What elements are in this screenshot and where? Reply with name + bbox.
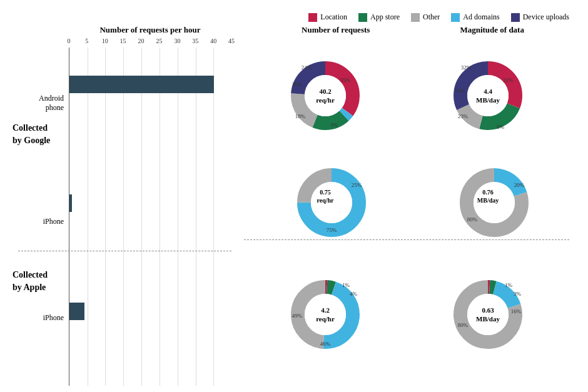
legend-label-ad-domains: Ad domains: [463, 13, 499, 22]
axis-35: 35: [192, 38, 198, 44]
axis-15: 15: [120, 38, 126, 44]
axis-25: 25: [156, 38, 163, 44]
grid-10: [105, 48, 106, 386]
pct-label-18: 18%: [295, 113, 306, 119]
pct-label-20: 20%: [292, 81, 303, 88]
donut-center-apple-iphone-requests: 4.2req/hr: [316, 305, 335, 323]
legend-item-ad-domains: Ad domains: [451, 13, 499, 22]
pct-label-31: 31%: [503, 77, 514, 83]
grid-35: [196, 48, 196, 386]
pct-label-3m: 3%: [514, 291, 522, 297]
donut-col-header-magnitude: Magnitude of data: [460, 25, 524, 35]
ad-domains-swatch: [451, 13, 460, 22]
pct-label-80m: 80%: [458, 322, 469, 328]
legend-label-device-uploads: Device uploads: [523, 13, 569, 22]
group-label-apple: Collectedby Apple: [13, 269, 48, 293]
axis-45: 45: [228, 38, 235, 44]
pct-label-24: 24%: [302, 64, 312, 71]
donut-google-android-magnitude: 31% 23% 14% 32% 0% 4.4MB/day: [450, 58, 525, 133]
donut-apple-iphone-magnitude: 1% 3% 16% 80% 0.63MB/day: [450, 277, 525, 352]
grid-25: [160, 48, 160, 386]
bar-iphone-google-fill: [69, 194, 72, 212]
divider-line: [18, 251, 231, 251]
donut-google-iphone-magnitude: 20% 80% 0.76MB/day: [457, 165, 519, 228]
donut-center-google-android-magnitude: 4.4MB/day: [476, 86, 500, 104]
pct-label-4: 4%: [350, 291, 358, 297]
axis-5: 5: [85, 38, 88, 44]
donut-google-android-requests: 35% 3% 18% 20% 24% 40.2req/hr: [288, 58, 363, 133]
donut-apple-iphone-requests: 1% 4% 46% 49% 4.2req/hr: [288, 277, 363, 352]
grid-30: [178, 48, 178, 386]
pct-label-46: 46%: [320, 341, 331, 347]
pct-label-3: 3%: [330, 122, 338, 128]
grid-20: [141, 48, 142, 386]
pct-label-1: 1%: [342, 282, 350, 288]
donuts-area: Number of requests Magnitude of data: [231, 25, 569, 386]
legend-item-app-store: App store: [358, 13, 400, 22]
app-store-swatch: [358, 13, 367, 22]
group-label-google: Collectedby Google: [13, 122, 50, 146]
legend: Location App store Other Ad domains Devi…: [231, 13, 569, 22]
pct-label-20: 20%: [514, 182, 525, 188]
legend-item-location: Location: [308, 13, 347, 22]
axis-0: 0: [68, 38, 71, 44]
bar-chart-title: Number of requests per hour: [69, 25, 231, 35]
bar-chart-inner: Androidphone iPhone iPhone: [19, 48, 231, 386]
donut-google-iphone-requests: 75% 25% 0.75req/hr: [294, 165, 357, 228]
bar-android: [69, 74, 231, 94]
axis-labels: 0 5 10 15 20 25 30 35 40 45: [69, 38, 231, 48]
donut-center-google-iphone-magnitude: 0.76MB/day: [477, 188, 499, 204]
donut-col-headers: Number of requests Magnitude of data: [244, 25, 569, 35]
pct-label-80: 80%: [467, 216, 478, 223]
y-label-google-group: [19, 159, 69, 193]
pct-label-23: 23%: [458, 113, 469, 119]
location-swatch: [308, 13, 317, 22]
legend-item-device-uploads: Device uploads: [511, 13, 569, 22]
bar-iphone-apple-fill: [69, 303, 84, 320]
bar-android-fill: [69, 76, 214, 93]
pct-label-14: 14%: [455, 88, 465, 94]
grid-40: [213, 48, 214, 386]
main-container: Location App store Other Ad domains Devi…: [0, 0, 588, 392]
pct-label-32: 32%: [461, 64, 472, 71]
legend-label-app-store: App store: [370, 13, 400, 22]
donut-center-google-android-requests: 40.2req/hr: [316, 86, 335, 104]
axis-40: 40: [210, 38, 216, 44]
device-uploads-swatch: [511, 13, 520, 22]
axis-30: 30: [174, 38, 180, 44]
pct-label-75: 75%: [327, 227, 337, 233]
donut-row-google-android: 35% 3% 18% 20% 24% 40.2req/hr: [244, 38, 569, 153]
donut-row-google-iphone: 75% 25% 0.75req/hr 20% 80%: [244, 153, 569, 239]
pct-label-1m: 1%: [505, 282, 513, 288]
grid-15: [123, 48, 124, 386]
y-label-iphone-google: iPhone: [19, 193, 69, 251]
bar-iphone-google: [69, 193, 231, 213]
donut-center-apple-iphone-magnitude: 0.63MB/day: [476, 305, 500, 323]
pct-label-25: 25%: [352, 182, 362, 188]
bar-plot: [69, 48, 231, 386]
bar-iphone-apple: [69, 301, 231, 321]
pct-label-16m: 16%: [511, 308, 522, 314]
legend-item-other: Other: [411, 13, 440, 22]
donut-col-header-requests: Number of requests: [302, 25, 370, 35]
pct-label-35: 35%: [340, 77, 351, 83]
donut-center-google-iphone-requests: 0.75req/hr: [317, 188, 333, 204]
main-body: Number of requests per hour 0 5 10 15 20…: [19, 25, 569, 386]
axis-10: 10: [102, 38, 108, 44]
other-swatch: [411, 13, 420, 22]
pct-label-0: 0%: [497, 124, 505, 130]
legend-label-location: Location: [320, 13, 347, 22]
donut-row-apple-iphone: 1% 4% 46% 49% 4.2req/hr: [244, 243, 569, 386]
donut-rows: 35% 3% 18% 20% 24% 40.2req/hr: [244, 38, 569, 386]
grid-5: [88, 48, 88, 386]
axis-20: 20: [138, 38, 144, 44]
bar-chart-area: Number of requests per hour 0 5 10 15 20…: [19, 25, 231, 386]
y-labels: Androidphone iPhone iPhone: [19, 48, 69, 386]
legend-label-other: Other: [423, 13, 440, 22]
pct-label-49: 49%: [292, 313, 303, 319]
